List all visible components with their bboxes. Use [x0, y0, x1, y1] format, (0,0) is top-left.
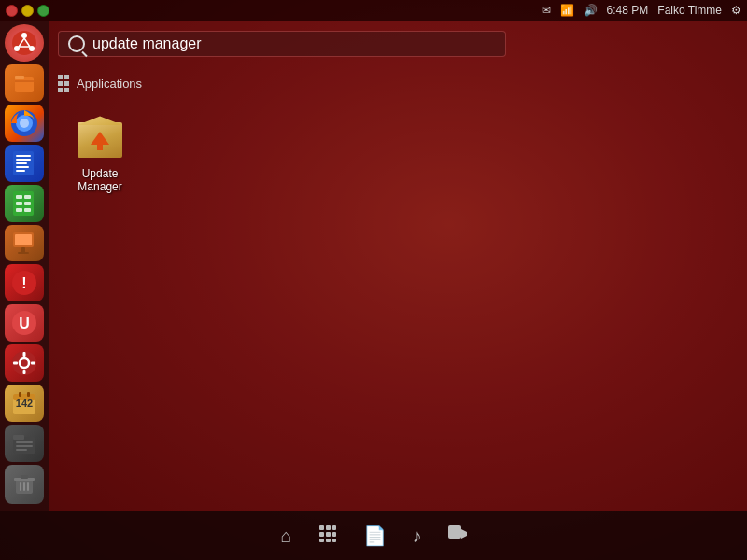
svg-rect-57 — [332, 532, 336, 537]
svg-marker-62 — [461, 529, 467, 539]
svg-rect-35 — [31, 362, 35, 365]
svg-rect-21 — [24, 208, 31, 212]
svg-rect-50 — [23, 482, 25, 491]
svg-rect-60 — [332, 539, 336, 542]
dock-item-video[interactable] — [448, 525, 467, 547]
bottom-dock: ⌂ 📄 ♪ — [0, 511, 747, 560]
files-dock-icon: 📄 — [363, 525, 387, 547]
apps-icon — [318, 525, 337, 548]
search-icon — [68, 35, 85, 52]
svg-rect-49 — [20, 482, 21, 491]
svg-rect-53 — [326, 525, 331, 530]
dock-item-apps[interactable] — [318, 525, 337, 548]
user-name[interactable]: Falko Timme — [657, 4, 722, 17]
box-arrow-stem — [97, 141, 103, 150]
svg-rect-25 — [18, 252, 29, 254]
svg-rect-45 — [16, 449, 27, 451]
email-icon[interactable]: ✉ — [542, 4, 551, 17]
search-bar — [58, 31, 506, 57]
dash-overlay — [49, 21, 747, 511]
unity-launcher: ! U 142 — [0, 21, 49, 511]
sidebar-item-trash-separator — [5, 465, 44, 504]
maximize-button[interactable] — [37, 5, 49, 17]
applications-section: Applications UpdateManager — [58, 75, 142, 193]
svg-rect-56 — [326, 532, 331, 537]
top-bar: ✉ 📶 🔊 6:48 PM Falko Timme ⚙ — [0, 0, 747, 21]
audio-icon[interactable]: 🔊 — [584, 4, 598, 17]
home-icon: ⌂ — [280, 525, 291, 547]
sidebar-item-files[interactable] — [5, 64, 44, 102]
svg-rect-52 — [319, 525, 324, 530]
svg-rect-34 — [13, 362, 18, 365]
network-icon[interactable]: 📶 — [560, 4, 574, 17]
sidebar-item-update[interactable]: ! — [5, 264, 44, 301]
minimize-button[interactable] — [21, 5, 34, 17]
clock: 6:48 PM — [607, 4, 649, 17]
update-manager-result[interactable]: UpdateManager — [58, 102, 142, 193]
svg-rect-33 — [23, 370, 26, 374]
sidebar-item-writer[interactable] — [5, 145, 44, 182]
svg-text:U: U — [19, 315, 30, 331]
svg-rect-48 — [21, 475, 28, 479]
svg-point-8 — [20, 119, 29, 128]
svg-rect-54 — [332, 525, 336, 530]
sidebar-item-calendar[interactable]: 142 — [5, 385, 44, 422]
svg-rect-55 — [319, 532, 324, 537]
svg-rect-44 — [16, 445, 33, 447]
svg-rect-18 — [16, 202, 22, 205]
sidebar-item-system-settings[interactable] — [5, 344, 44, 382]
svg-rect-39 — [19, 392, 21, 397]
update-manager-label: UpdateManager — [78, 167, 121, 193]
svg-rect-23 — [15, 234, 32, 245]
close-button[interactable] — [6, 5, 18, 17]
svg-rect-32 — [23, 352, 26, 357]
svg-rect-43 — [16, 441, 33, 443]
applications-header: Applications — [58, 75, 142, 92]
sidebar-item-impress[interactable] — [5, 225, 44, 262]
search-input[interactable] — [92, 35, 496, 52]
update-manager-icon-box — [70, 102, 130, 161]
sidebar-item-ubuntu-one[interactable]: U — [5, 304, 44, 342]
svg-rect-20 — [16, 208, 22, 212]
sidebar-item-trash[interactable] — [5, 465, 44, 504]
dock-item-files[interactable]: 📄 — [363, 525, 387, 547]
svg-rect-12 — [16, 162, 27, 164]
update-manager-icon — [74, 105, 126, 158]
box-flap — [78, 110, 122, 125]
svg-rect-16 — [16, 195, 22, 199]
window-controls — [6, 5, 49, 17]
svg-rect-19 — [24, 202, 31, 205]
sidebar-item-ubuntu[interactable] — [5, 24, 44, 62]
svg-rect-4 — [15, 77, 34, 92]
music-icon: ♪ — [413, 525, 422, 547]
video-icon — [448, 525, 467, 547]
svg-text:142: 142 — [16, 398, 33, 409]
dock-item-home[interactable]: ⌂ — [280, 525, 291, 547]
sidebar-item-firefox[interactable] — [5, 105, 44, 142]
svg-rect-11 — [16, 159, 31, 161]
svg-rect-61 — [448, 525, 461, 539]
svg-rect-14 — [16, 170, 25, 172]
sidebar-item-calc[interactable] — [5, 185, 44, 222]
dock-item-music[interactable]: ♪ — [413, 525, 422, 547]
svg-rect-17 — [24, 195, 31, 199]
settings-icon[interactable]: ⚙ — [731, 4, 741, 17]
search-bar-container — [58, 31, 506, 57]
svg-rect-42 — [13, 435, 24, 440]
svg-rect-40 — [27, 392, 30, 397]
top-bar-right: ✉ 📶 🔊 6:48 PM Falko Timme ⚙ — [542, 4, 741, 17]
grid-icon — [58, 75, 71, 92]
svg-rect-51 — [27, 482, 29, 491]
applications-label: Applications — [77, 77, 142, 91]
svg-text:!: ! — [21, 275, 26, 291]
svg-rect-13 — [16, 166, 29, 168]
sidebar-item-nautilus[interactable] — [5, 425, 44, 462]
svg-rect-5 — [15, 76, 24, 79]
svg-rect-58 — [319, 539, 324, 542]
svg-rect-59 — [326, 539, 331, 542]
svg-rect-10 — [16, 155, 31, 157]
